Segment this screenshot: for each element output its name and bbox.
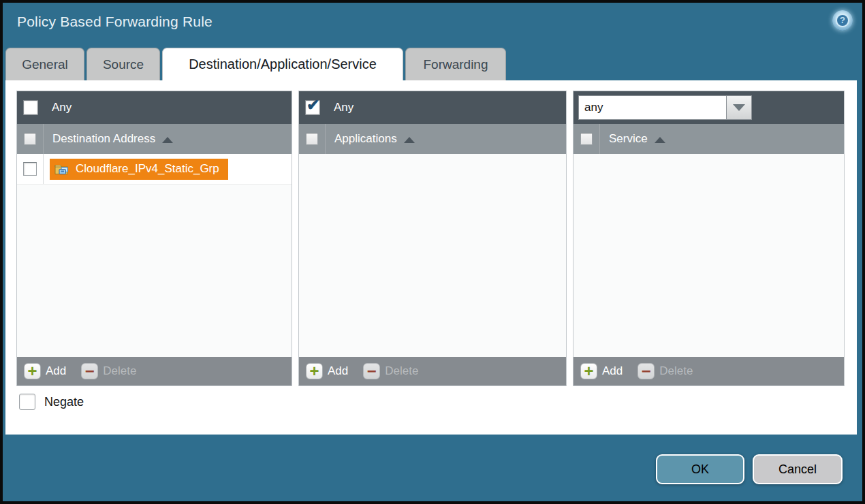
service-column-header-row: Service	[573, 124, 844, 154]
applications-column: Any Applications + Add −	[298, 91, 567, 386]
destination-any-label: Any	[52, 101, 72, 114]
applications-any-label: Any	[334, 101, 353, 114]
negate-option: Negate	[19, 394, 84, 410]
destination-add-button[interactable]: + Add	[24, 363, 66, 379]
service-footer-bar: + Add − Delete	[573, 357, 844, 385]
applications-any-header: Any	[299, 91, 566, 124]
applications-footer-bar: + Add − Delete	[299, 357, 566, 385]
row-checkbox[interactable]	[23, 162, 37, 176]
minus-icon: −	[81, 363, 98, 379]
selected-address-group-item[interactable]: Cloudflare_IPv4_Static_Grp	[50, 159, 228, 180]
applications-column-header[interactable]: Applications	[325, 124, 566, 154]
sort-ascending-icon	[404, 137, 415, 143]
item-label: Cloudflare_IPv4_Static_Grp	[76, 162, 219, 176]
question-mark-icon: ?	[836, 14, 849, 27]
address-group-icon	[54, 163, 70, 175]
sort-ascending-icon	[162, 137, 173, 143]
applications-select-all-checkbox[interactable]	[306, 133, 318, 145]
applications-any-checkbox[interactable]	[305, 100, 320, 115]
destination-any-checkbox[interactable]	[23, 100, 38, 115]
service-dropdown-button[interactable]	[727, 95, 752, 120]
plus-icon: +	[24, 363, 41, 379]
help-button[interactable]: ?	[832, 10, 853, 31]
destination-column-header[interactable]: Destination Address	[43, 124, 292, 154]
tab-general[interactable]: General	[5, 48, 84, 80]
applications-list	[299, 154, 566, 357]
destination-delete-button[interactable]: − Delete	[81, 363, 136, 379]
service-column-header[interactable]: Service	[599, 124, 844, 154]
destination-select-all-checkbox[interactable]	[24, 133, 36, 145]
negate-label: Negate	[44, 395, 84, 409]
service-select-all-checkbox[interactable]	[580, 133, 593, 145]
dialog-title: Policy Based Forwarding Rule	[17, 14, 213, 30]
plus-icon: +	[580, 363, 597, 379]
destination-footer-bar: + Add − Delete	[17, 357, 292, 385]
policy-based-forwarding-dialog: Policy Based Forwarding Rule ? General S…	[0, 0, 865, 504]
tab-content-panel: Any Destination Address	[5, 80, 857, 435]
destination-address-list: Cloudflare_IPv4_Static_Grp	[17, 154, 292, 357]
selector-columns: Any Destination Address	[16, 91, 845, 386]
service-add-button[interactable]: + Add	[580, 363, 623, 379]
destination-address-column: Any Destination Address	[16, 91, 292, 386]
service-dropdown[interactable]: any	[578, 95, 752, 120]
tab-destination-application-service[interactable]: Destination/Application/Service	[162, 48, 403, 80]
service-list	[573, 154, 844, 357]
applications-delete-button[interactable]: − Delete	[363, 363, 418, 379]
cancel-button[interactable]: Cancel	[753, 454, 843, 484]
applications-add-button[interactable]: + Add	[306, 363, 348, 379]
plus-icon: +	[306, 363, 323, 379]
tab-bar: General Source Destination/Application/S…	[5, 48, 506, 80]
dialog-action-buttons: OK Cancel	[656, 454, 843, 484]
negate-checkbox[interactable]	[19, 394, 35, 410]
destination-any-header: Any	[17, 91, 292, 124]
service-dropdown-value[interactable]: any	[578, 95, 727, 120]
destination-column-header-row: Destination Address	[17, 124, 292, 154]
service-delete-button[interactable]: − Delete	[638, 363, 693, 379]
tab-forwarding[interactable]: Forwarding	[405, 48, 506, 80]
chevron-down-icon	[733, 104, 745, 111]
service-dropdown-header: any	[573, 91, 844, 124]
service-column: any Service +	[573, 91, 845, 386]
minus-icon: −	[638, 363, 655, 379]
minus-icon: −	[363, 363, 380, 379]
ok-button[interactable]: OK	[656, 454, 744, 484]
tab-source[interactable]: Source	[86, 48, 160, 80]
list-item-row: Cloudflare_IPv4_Static_Grp	[17, 154, 292, 185]
applications-column-header-row: Applications	[299, 124, 566, 154]
sort-ascending-icon	[655, 137, 665, 143]
